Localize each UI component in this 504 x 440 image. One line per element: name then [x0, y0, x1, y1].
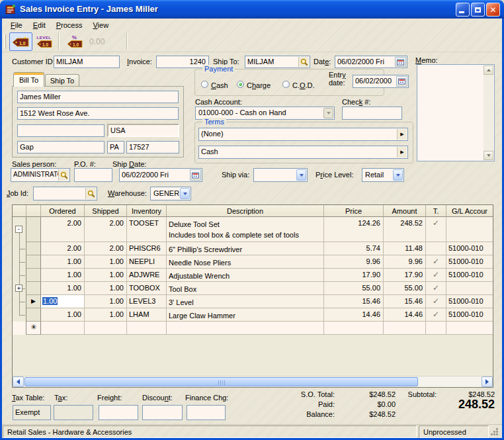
cell-description[interactable] — [167, 322, 324, 335]
chevron-down-icon[interactable] — [296, 169, 306, 181]
cell-gl-account[interactable]: 51000-010 — [446, 269, 493, 282]
cell-gl-account[interactable]: 51000-010 — [446, 242, 493, 255]
title-bar[interactable]: Sales Invoice Entry - James Miller ✕ — [0, 0, 504, 19]
cell-ordered[interactable]: 1.00 — [41, 295, 85, 308]
grid-header-shipped[interactable]: Shipped — [85, 205, 127, 217]
row-indicator[interactable] — [26, 282, 41, 295]
cell-description[interactable]: Tool Box — [167, 282, 324, 295]
grid-header-price[interactable]: Price — [324, 205, 384, 217]
grid-header-description[interactable]: Description — [167, 205, 324, 217]
tree-cell[interactable] — [13, 255, 26, 269]
collapse-icon[interactable]: - — [15, 226, 22, 233]
row-indicator[interactable] — [26, 217, 41, 242]
toolbar-grip[interactable] — [4, 34, 6, 49]
cell-price[interactable]: 124.26 — [324, 217, 384, 242]
arrow-right-icon[interactable]: ▶ — [397, 147, 407, 157]
po-number-field[interactable] — [74, 168, 112, 182]
freight-field[interactable] — [99, 405, 138, 420]
scroll-down-icon[interactable] — [483, 151, 493, 160]
row-indicator[interactable] — [26, 255, 41, 269]
grid-header-tax[interactable]: T. — [426, 205, 446, 217]
cell-inventory[interactable] — [127, 322, 167, 335]
sales-person-field[interactable]: ADMINISTRATOR — [11, 168, 70, 182]
scrollbar-track[interactable] — [24, 376, 482, 387]
cell-inventory[interactable]: PHISCR6 — [127, 242, 167, 255]
cell-description[interactable]: Deluxe Tool SetIncludes tool box & compl… — [167, 217, 324, 242]
cell-amount[interactable]: 15.46 — [384, 295, 426, 308]
row-indicator[interactable] — [26, 308, 41, 322]
tree-cell[interactable] — [13, 308, 26, 322]
cell-amount[interactable]: 55.00 — [384, 282, 426, 295]
calendar-icon[interactable] — [190, 169, 201, 181]
cell-amount[interactable]: 17.90 — [384, 269, 426, 282]
cell-gl-account[interactable] — [446, 322, 493, 335]
cell-inventory[interactable]: ADJWRE — [127, 269, 167, 282]
country-field[interactable]: USA — [107, 124, 179, 137]
cell-description[interactable]: Large Claw Hammer — [167, 308, 324, 322]
table-row[interactable]: 2.00 2.00 PHISCR6 6" Phillip's Screwdriv… — [13, 242, 493, 255]
radio-cash[interactable] — [201, 81, 208, 88]
memo-scrollbar[interactable] — [483, 66, 493, 160]
zip-field[interactable]: 17527 — [126, 141, 179, 154]
cell-shipped[interactable]: 1.00 — [85, 295, 127, 308]
horizontal-scrollbar[interactable] — [13, 376, 493, 387]
cell-price[interactable]: 15.46 — [324, 295, 384, 308]
magnifier-icon[interactable] — [298, 57, 309, 67]
cell-inventory[interactable]: LEVEL3 — [127, 295, 167, 308]
table-row[interactable]: 1.00 1.00 NEEPLI Needle Nose Pliers 9.96… — [13, 255, 493, 269]
table-row[interactable]: ▶ 1.00 1.00 LEVEL3 3' Level 15.46 15.46 … — [13, 295, 493, 308]
cell-shipped[interactable]: 1.00 — [85, 308, 127, 322]
bill-to-name-field[interactable]: James Miller — [17, 91, 179, 103]
scroll-right-icon[interactable] — [482, 376, 493, 387]
maximize-button[interactable] — [471, 3, 485, 17]
menu-view[interactable]: View — [87, 20, 114, 31]
resize-grip[interactable] — [491, 433, 493, 435]
grid-header-inventory[interactable]: Inventory — [127, 205, 167, 217]
table-row[interactable]: ✳ — [13, 322, 493, 335]
cell-inventory[interactable]: TOOBOX — [127, 282, 167, 295]
price-tag-button[interactable]: 1.0 — [9, 32, 32, 51]
cell-ordered[interactable] — [41, 322, 85, 335]
close-button[interactable]: ✕ — [486, 3, 500, 17]
minimize-button[interactable] — [456, 3, 470, 17]
cell-price[interactable] — [324, 322, 384, 335]
table-row[interactable]: + 1.00 1.00 TOOBOX Tool Box 55.00 55.00 … — [13, 282, 493, 295]
tax-field[interactable] — [54, 405, 93, 420]
radio-charge-label[interactable]: Charge — [247, 81, 271, 89]
cell-tax-check[interactable]: ✓ — [426, 255, 446, 269]
table-row[interactable]: 1.00 1.00 LHAM Large Claw Hammer 14.46 1… — [13, 308, 493, 322]
terms-row-1[interactable]: (None) ▶ — [198, 128, 408, 141]
bill-to-street-field[interactable]: 1512 West Rose Ave. — [17, 107, 179, 120]
row-indicator[interactable] — [26, 242, 41, 255]
tree-cell[interactable] — [13, 242, 26, 255]
cell-gl-account[interactable]: 51000-010 — [446, 255, 493, 269]
cell-inventory[interactable]: TOOSET — [127, 217, 167, 242]
cell-tax-check[interactable] — [426, 242, 446, 255]
menu-process[interactable]: Process — [51, 20, 88, 31]
radio-charge[interactable] — [237, 81, 244, 88]
cell-amount[interactable] — [384, 322, 426, 335]
expand-icon[interactable]: + — [15, 285, 22, 292]
entry-date-field[interactable]: 06/02/2000 — [353, 75, 409, 88]
price-level-select[interactable]: Retail — [362, 168, 404, 182]
new-row-icon[interactable]: ✳ — [26, 322, 41, 335]
job-id-field[interactable] — [33, 187, 97, 200]
cell-gl-account[interactable]: 51000-010 — [446, 295, 493, 308]
grid-header-amount[interactable]: Amount — [384, 205, 426, 217]
invoice-field[interactable]: 1240 — [156, 56, 209, 68]
cell-price[interactable]: 17.90 — [324, 269, 384, 282]
calendar-icon[interactable] — [395, 57, 406, 67]
discount-percent-button[interactable]: % 1.0 — [63, 32, 86, 51]
table-row[interactable]: - 2.00 2.00 TOOSET Deluxe Tool SetInclud… — [13, 217, 493, 242]
cell-inventory[interactable]: NEEPLI — [127, 255, 167, 269]
menu-file[interactable]: File — [5, 20, 28, 31]
scroll-left-icon[interactable] — [13, 376, 24, 387]
tree-cell[interactable] — [13, 322, 26, 335]
cell-inventory[interactable]: LHAM — [127, 308, 167, 322]
cell-description[interactable]: 3' Level — [167, 295, 324, 308]
cell-ordered[interactable]: 2.00 — [41, 217, 85, 242]
cell-gl-account[interactable] — [446, 217, 493, 242]
tree-cell[interactable]: - — [13, 217, 26, 242]
state-field[interactable]: PA — [107, 141, 124, 154]
current-row-arrow-icon[interactable]: ▶ — [26, 295, 41, 308]
